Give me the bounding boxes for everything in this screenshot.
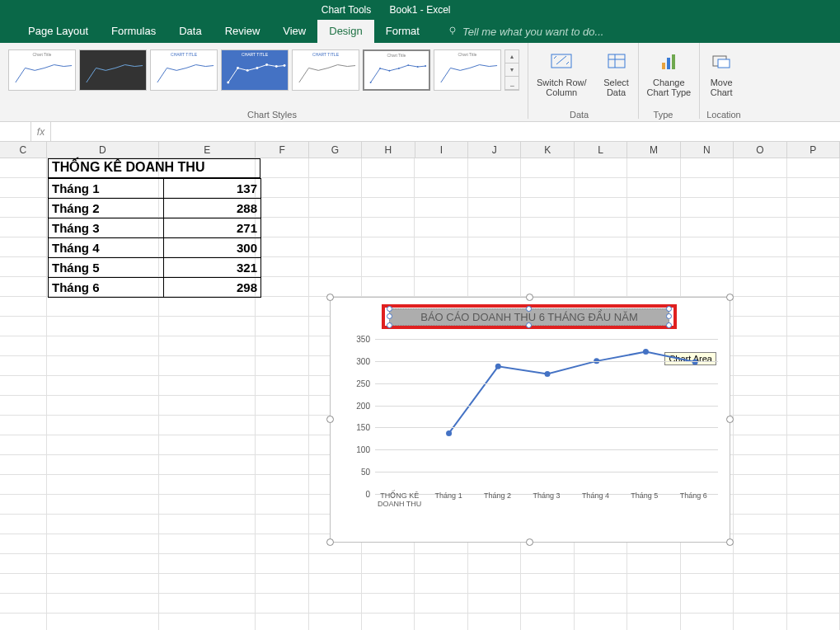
- svg-rect-20: [662, 63, 665, 69]
- move-chart-label: Move Chart: [711, 78, 733, 97]
- data-group-label: Data: [570, 110, 589, 120]
- x-label: Tháng 5: [620, 492, 669, 512]
- table-row-label: Tháng 3: [49, 219, 164, 238]
- resize-handle-s[interactable]: [526, 538, 533, 546]
- chart-style-6[interactable]: Chart Title: [363, 49, 430, 91]
- chevron-down-icon[interactable]: ▾: [505, 63, 519, 77]
- table-row-value: 288: [164, 199, 261, 219]
- chart-style-5[interactable]: CHART TITLE: [292, 49, 359, 91]
- svg-point-4: [246, 69, 249, 72]
- svg-point-29: [643, 349, 649, 355]
- svg-point-27: [545, 371, 551, 377]
- chart-style-3[interactable]: CHART TITLE: [150, 49, 218, 91]
- col-header-J[interactable]: J: [468, 142, 521, 158]
- tab-page-layout[interactable]: Page Layout: [16, 20, 100, 43]
- x-label: Tháng 1: [424, 492, 472, 512]
- chart-title-text: BÁO CÁO DOANH THU 6 THÁNG ĐẦU NĂM: [420, 311, 638, 323]
- col-header-H[interactable]: H: [362, 142, 415, 158]
- gallery-expand-icon[interactable]: ⎯: [505, 77, 519, 90]
- col-header-M[interactable]: M: [627, 142, 680, 158]
- formula-bar: fx: [0, 122, 840, 142]
- svg-point-2: [227, 82, 229, 84]
- x-label: Tháng 6: [669, 492, 718, 512]
- data-table: THỐNG KÊ DOANH THU Tháng 1137Tháng 2288T…: [48, 158, 261, 298]
- col-header-C[interactable]: C: [0, 142, 47, 158]
- resize-handle-sw[interactable]: [326, 538, 334, 546]
- switch-row-column-button[interactable]: Switch Row/ Column: [528, 43, 595, 119]
- tab-formulas[interactable]: Formulas: [100, 20, 167, 43]
- chart-style-4[interactable]: CHART TITLE: [221, 49, 289, 91]
- tell-me-search[interactable]: Tell me what you want to do...: [448, 26, 604, 38]
- data-group: Switch Row/ Column Select Data Data: [528, 43, 638, 121]
- col-header-P[interactable]: P: [787, 142, 840, 158]
- resize-handle-ne[interactable]: [726, 294, 734, 301]
- formula-input[interactable]: [51, 122, 840, 141]
- tab-review[interactable]: Review: [214, 20, 272, 43]
- svg-rect-17: [608, 54, 625, 68]
- chart-style-7[interactable]: Chart Title: [434, 49, 501, 91]
- switch-label: Switch Row/ Column: [537, 78, 587, 97]
- gallery-scroll[interactable]: ▴▾⎯: [504, 49, 519, 91]
- move-chart-icon: [708, 48, 734, 74]
- col-header-K[interactable]: K: [521, 142, 574, 158]
- table-row-value: 300: [164, 238, 261, 258]
- change-type-label: Change Chart Type: [647, 78, 692, 97]
- switch-row-col-icon: [548, 48, 575, 74]
- resize-handle-w[interactable]: [326, 416, 334, 423]
- fx-icon[interactable]: fx: [31, 122, 51, 141]
- change-chart-type-icon: [655, 48, 682, 74]
- tab-data[interactable]: Data: [167, 20, 213, 43]
- col-header-G[interactable]: G: [309, 142, 362, 158]
- y-tick: 0: [365, 490, 370, 499]
- chart-style-1[interactable]: Chart Title: [8, 49, 76, 91]
- chart-object[interactable]: BÁO CÁO DOANH THU 6 THÁNG ĐẦU NĂM Chart …: [330, 297, 730, 543]
- y-tick: 350: [356, 335, 370, 344]
- select-data-button[interactable]: Select Data: [595, 43, 638, 119]
- change-chart-type-button[interactable]: Change Chart Type: [639, 43, 700, 119]
- svg-point-13: [407, 64, 409, 66]
- chart-style-2[interactable]: [79, 49, 147, 91]
- resize-handle-nw[interactable]: [326, 294, 334, 301]
- svg-point-30: [692, 359, 698, 364]
- resize-handle-se[interactable]: [726, 538, 734, 546]
- svg-rect-21: [667, 58, 670, 69]
- table-row-value: 321: [164, 258, 261, 278]
- x-label: THỐNG KÊ DOANH THU: [375, 492, 424, 512]
- tab-format[interactable]: Format: [374, 20, 431, 43]
- col-header-I[interactable]: I: [415, 142, 468, 158]
- svg-point-6: [265, 63, 268, 66]
- col-header-L[interactable]: L: [575, 142, 627, 158]
- svg-point-26: [495, 364, 501, 369]
- plot-area[interactable]: 050100150200250300350 THỐNG KÊ DOANH THU…: [350, 339, 718, 509]
- resize-handle-e[interactable]: [726, 416, 734, 423]
- resize-handle-n[interactable]: [526, 294, 533, 301]
- col-header-O[interactable]: O: [734, 142, 786, 158]
- svg-point-15: [425, 65, 426, 67]
- worksheet-grid[interactable]: CDEFGHIJKLMNOP THỐNG KÊ DOANH THU Tháng …: [0, 142, 840, 630]
- x-label: Tháng 4: [571, 492, 620, 512]
- col-header-F[interactable]: F: [256, 142, 308, 158]
- col-header-N[interactable]: N: [681, 142, 734, 158]
- chart-styles-group-label: Chart Styles: [247, 110, 297, 120]
- col-header-E[interactable]: E: [159, 142, 256, 158]
- name-box[interactable]: [0, 122, 31, 141]
- svg-point-3: [237, 67, 239, 69]
- type-group: Change Chart Type Type: [639, 43, 700, 121]
- chart-title[interactable]: BÁO CÁO DOANH THU 6 THÁNG ĐẦU NĂM: [389, 308, 669, 326]
- chevron-up-icon[interactable]: ▴: [505, 50, 519, 63]
- table-row-label: Tháng 6: [49, 278, 164, 298]
- col-header-D[interactable]: D: [47, 142, 160, 158]
- table-row-value: 271: [164, 219, 261, 238]
- svg-rect-16: [551, 54, 571, 68]
- svg-point-25: [446, 430, 452, 436]
- table-row-label: Tháng 4: [49, 238, 164, 258]
- y-tick: 50: [361, 468, 370, 477]
- y-tick: 150: [356, 423, 370, 432]
- tab-design[interactable]: Design: [317, 20, 373, 43]
- svg-point-0: [450, 27, 455, 32]
- title-bar: Chart Tools Book1 - Excel: [0, 0, 840, 20]
- location-group: Move Chart Location: [700, 43, 743, 121]
- svg-point-12: [398, 68, 400, 69]
- move-chart-button[interactable]: Move Chart: [700, 43, 743, 119]
- tab-view[interactable]: View: [271, 20, 317, 43]
